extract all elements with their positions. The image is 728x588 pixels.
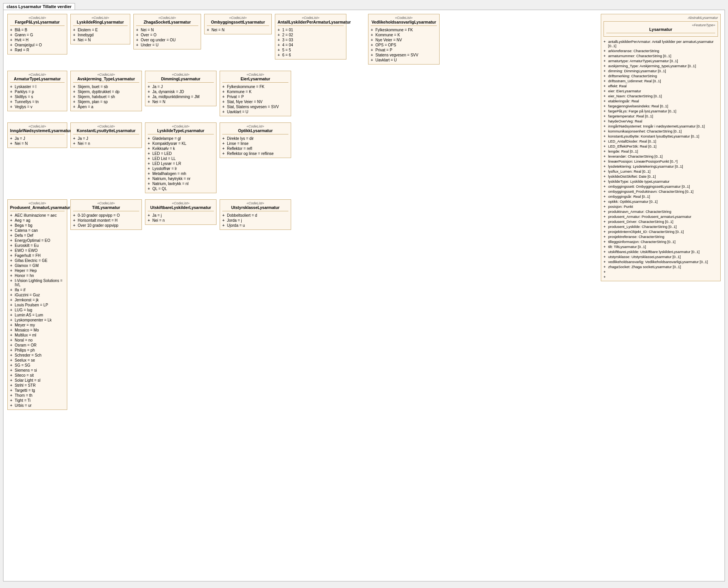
inngaar-nod-box: «CodeList» InngårINødsystemetLysarmatur … [7, 122, 67, 148]
prod-item-5: +Defa = Def [10, 233, 65, 238]
abstr-attr-12: +etableringsår: Real [604, 99, 718, 104]
prod-item-36: +Thorn = th [10, 393, 65, 398]
utsk-classname: UtskiftbareLyskilderLysarmatur [148, 205, 214, 211]
prod-item-2: +Aeg = ag [10, 218, 65, 223]
farge-item-1: +Blå = B [10, 27, 65, 32]
abstr-attr-29: +ombyggingssett: OmbyggingssettLysarmatu… [604, 184, 718, 189]
abstr-attr-6: +dimming: DimmingLysarmatur [0..1] [604, 68, 718, 73]
armtype-item-4: +Tunnellys = tn [10, 99, 65, 104]
farge-item-2: +Grønn = G [10, 32, 65, 37]
vedl-item-5: +Privat = P [371, 48, 437, 53]
abstr-attr-44: +vedlikeholdsansvarlig: Vedlikeholdsansv… [604, 259, 718, 264]
konst-item-1: +Ja = J [73, 136, 139, 141]
prod-item-16: +iGuzzini = Guz [10, 292, 65, 297]
left-section: «CodeList» FargePåLysLysarmatur +Blå = B… [7, 14, 598, 413]
antall-item-4: +4 = 04 [278, 42, 344, 48]
avsk-item-3: +Skjerm, halvbuet = sh [73, 94, 139, 99]
armatur-type-box: «CodeList» ArmaturTypeLysarmatur +Lyskas… [7, 71, 67, 111]
abstr-attr-26: +lysflux_Lumen: Real [0..1] [604, 169, 718, 174]
eier-item-6: +Uavklart = U [222, 109, 288, 114]
armtype-item-5: +Veglys = v [10, 104, 65, 109]
prod-item-29: +Seelux = se [10, 358, 65, 363]
row-3: «CodeList» InngårINødsystemetLysarmatur … [7, 122, 598, 193]
farge-stereotype: «CodeList» [10, 16, 65, 20]
inngaar-item-2: +Nei = N [10, 141, 65, 146]
ombygg-item-1: +Nei = N [207, 27, 269, 32]
abstr-attr-34: +produktnavn_Armatur: CharacterString [604, 209, 718, 214]
prod-item-37: +Tight = Ti [10, 398, 65, 403]
abstr-attr-23: +leverandør: CharacterString [0..1] [604, 154, 718, 159]
prod-item-24: +Multilux = ml [10, 333, 65, 338]
zhaga-classname: ZhagaSocketLysarmatur [136, 20, 198, 26]
ltype-item-9: +Natrium, høytrykk = nr [148, 176, 214, 181]
eier-stereotype: «CodeList» [222, 73, 288, 76]
abstr-attr-15: +fargetemperatur: Real [0..1] [604, 114, 718, 119]
eier-box: «CodeList» EierLysarmatur +Fylkeskommune… [220, 71, 291, 116]
eier-item-3: +Privat = P [222, 94, 288, 99]
prod-item-26: +Osram = OR [10, 343, 65, 348]
prod-item-21: +Lyskomponenter = Lk [10, 318, 65, 323]
antall-lysk-box: «CodeList» AntallLyskilderPerArmaturLysa… [275, 14, 346, 59]
vedlikeholdsansvarlig-box: «CodeList» VedlikeholdsansvarligLysarmat… [368, 14, 440, 65]
konstant-lys-box: «CodeList» KonstantLysuttytteLysarmatur … [70, 122, 142, 148]
feature-inner-box: «FeatureType» Lysarmatur [604, 21, 718, 37]
armtype-classname: ArmaturTypeLysarmatur [10, 76, 65, 83]
prod-item-28: +Schreder = Sch [10, 353, 65, 358]
ltype-item-1: +Glødelampe = gl [148, 136, 214, 141]
farge-item-3: +Hvit = H [10, 37, 65, 42]
antall-item-1: +1 = 01 [278, 27, 344, 32]
abstr-attr-21: +LED_EffektPerStk: Real [0..1] [604, 144, 718, 149]
lyskilde-type-box: «CodeList» LyskildeTypeLysarmatur +Gløde… [145, 122, 217, 193]
page-title: class Lysarmatur Tillatte verdier [3, 3, 75, 10]
abstr-attr-5: +avskjerming_Type: Avskjerming_typeLysar… [604, 63, 718, 68]
prod-item-27: +Philips = ph [10, 348, 65, 353]
row-2: «CodeList» ArmaturTypeLysarmatur +Lyskas… [7, 71, 598, 116]
abstr-attr-11: +eier_Navn: CharacterString [0..1] [604, 93, 718, 99]
lyskilde-ring-stereotype: «CodeList» [73, 16, 128, 20]
abstr-attr-10: +eier: EierLysarmatur [604, 88, 718, 93]
utsk-stereotype: «CodeList» [148, 201, 214, 205]
abstr-attr-45: +zhagaSocket: Zhaga socketLysarmatur [0.… [604, 264, 718, 269]
ombygg-classname: OmbyggingssettLysarmatur [207, 20, 269, 26]
utstr-item-2: +Jorda = j [222, 218, 288, 223]
lring-item-3: +Nei = N [73, 37, 128, 42]
optikk-item-1: +Direkte lys = dir [222, 136, 288, 141]
farge-item-4: +Oransje/gul = O [10, 42, 65, 48]
prod-stereotype: «CodeList» [10, 201, 65, 205]
zhaga-item-1: +Nei = N [136, 27, 198, 32]
optikk-item-3: +Reflektor = refl [222, 146, 288, 151]
armtype-item-2: +Parklys = p [10, 89, 65, 94]
tilt-item-2: +Horisontalt montert = H [73, 218, 139, 223]
antall-classname: AntallLyskilderPerArmaturLysarmatur [278, 20, 344, 26]
main-canvas: «CodeList» FargePåLysLysarmatur +Blå = B… [3, 10, 725, 581]
abstr-attr-25: +lysdetektering: LysdetekeringLysarmatur… [604, 164, 718, 169]
abstr-attr-4: +armaturtype: ArmaturTypeLysarmatur [0..… [604, 58, 718, 63]
prod-item-7: +Euroskilt = Eu [10, 243, 65, 248]
utsk-item-2: +Nei = n [148, 218, 214, 223]
prod-item-13: +Honor = hn [10, 273, 65, 278]
dimm-item-4: +Nei = N [148, 99, 214, 104]
abstr-attr-39: +prosjektreferanse: CharacterString [604, 234, 718, 239]
avsk-item-4: +Skjerm, plan = sp [73, 99, 139, 104]
vedl-item-4: +OPS = OPS [371, 42, 437, 48]
prod-item-14: +I-Vision Lighting Solutions = IVL [10, 278, 65, 287]
dimm-classname: DimmingLysarmatur [148, 76, 214, 83]
abstrakt-stereotype: AbstraktLysarmatur [604, 16, 718, 20]
optikk-item-2: +Linse = linse [222, 141, 288, 146]
konst-classname: KonstantLysuttytteLysarmatur [73, 128, 139, 134]
abstr-attr-28: +lyskildeType: Lyskilde typeLysarmatur [604, 179, 718, 184]
abstr-attr-2: +arkivreferanse: CharacterString [604, 48, 718, 53]
lyskilde-ring-box: «CodeList» LyskildeRingLysarmatur +Ekste… [70, 14, 130, 44]
abstr-attr-16: +høydeOverVeg: Real [604, 119, 718, 124]
avsk-item-1: +Skjerm, buet = sb [73, 84, 139, 89]
abstr-attr-46: + [604, 269, 718, 274]
row-4: «CodeList» Produsent_ArmaturLysarmatur +… [7, 199, 598, 410]
lring-item-2: +Innebygd [73, 32, 128, 37]
abstr-attr-30: +ombyggingssett_Produktnavn: CharacterSt… [604, 189, 718, 194]
tilt-box: «CodeList» TiltLysarmatur +0-10 grader o… [70, 199, 142, 230]
abstr-attr-36: +produsent_Driver: CharacterString [0..1… [604, 219, 718, 224]
ltype-classname: LyskildeTypeLysarmatur [148, 128, 214, 134]
optikk-classname: OptikkLysarmatur [222, 128, 288, 134]
feature-stereotype: «FeatureType» [606, 23, 715, 27]
abstr-attr-24: +lineærPosisjon: LineærPosisjonPunkt [0.… [604, 159, 718, 164]
